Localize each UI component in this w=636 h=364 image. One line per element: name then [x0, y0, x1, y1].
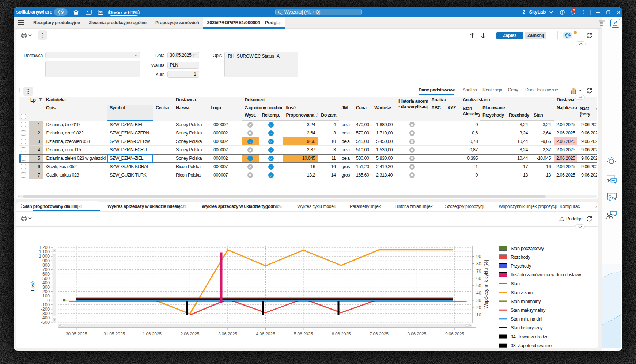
svg-text:8.06.2025: 8.06.2025	[407, 331, 426, 337]
svg-text:03. Zapotrzebowanie: 03. Zapotrzebowanie	[511, 343, 552, 348]
svg-text:-100: -100	[41, 302, 50, 307]
svg-text:60: 60	[476, 276, 481, 281]
svg-text:30.05.2025: 30.05.2025	[66, 331, 87, 337]
svg-text:1.06.2025: 1.06.2025	[143, 331, 162, 337]
svg-text:?: ?	[561, 11, 563, 14]
svg-text:Rozchody: Rozchody	[511, 255, 531, 260]
svg-text:-400: -400	[41, 315, 50, 321]
svg-text:-200: -200	[41, 307, 50, 312]
svg-text:9.06.2025: 9.06.2025	[445, 331, 464, 337]
svg-text:400: 400	[42, 280, 50, 285]
svg-text:Stan maksymalny: Stan maksymalny	[511, 308, 546, 313]
svg-text:Przychody: Przychody	[511, 263, 531, 269]
svg-text:300: 300	[42, 285, 50, 290]
svg-text:-500: -500	[41, 320, 50, 325]
svg-text:1 000: 1 000	[39, 254, 50, 259]
svg-text:90: 90	[476, 254, 481, 259]
svg-text:-300: -300	[41, 311, 50, 316]
svg-text:Stan: Stan	[511, 281, 520, 286]
svg-text:Ilość do zamówienia w dniu dos: Ilość do zamówienia w dniu dostawy	[511, 272, 582, 277]
svg-text:80: 80	[476, 261, 481, 266]
svg-text:Ilość: Ilość	[30, 281, 35, 291]
svg-text:20: 20	[476, 305, 481, 310]
svg-text:7.06.2025: 7.06.2025	[370, 331, 389, 337]
svg-text:1 200: 1 200	[39, 245, 50, 250]
svg-text:50: 50	[476, 283, 481, 288]
svg-text:BC: BC	[99, 11, 102, 14]
svg-text:Stan historyczny: Stan historyczny	[511, 325, 543, 330]
svg-text:Współczynnik cyklu [%]: Współczynnik cyklu [%]	[483, 260, 489, 309]
svg-text:04. Towar w drodze: 04. Towar w drodze	[511, 334, 549, 340]
svg-text:900: 900	[42, 258, 50, 263]
svg-text:600: 600	[42, 272, 50, 277]
svg-text:200: 200	[42, 289, 50, 294]
svg-text:Stan minimalny: Stan minimalny	[511, 299, 541, 304]
svg-text:5.06.2025: 5.06.2025	[294, 331, 313, 337]
svg-text:700: 700	[42, 267, 50, 272]
svg-text:?: ?	[609, 196, 611, 200]
svg-text:800: 800	[42, 263, 50, 268]
svg-text:3.06.2025: 3.06.2025	[218, 331, 237, 337]
svg-text:1 100: 1 100	[39, 249, 50, 254]
svg-text:70: 70	[476, 269, 481, 274]
svg-text:100: 100	[42, 293, 50, 299]
svg-text:31.05.2025: 31.05.2025	[103, 331, 125, 337]
svg-text:4.06.2025: 4.06.2025	[256, 331, 275, 337]
svg-text:500: 500	[42, 276, 50, 281]
svg-text:2.06.2025: 2.06.2025	[180, 331, 199, 337]
svg-text:0: 0	[47, 298, 50, 303]
svg-text:30: 30	[476, 298, 481, 303]
svg-text:Stan z zam: Stan z zam	[511, 290, 533, 295]
svg-text:Stan początkowy: Stan początkowy	[511, 246, 544, 251]
svg-text:40: 40	[476, 291, 481, 296]
svg-text:Stan min. na dni: Stan min. na dni	[511, 316, 542, 322]
svg-text:6.06.2025: 6.06.2025	[332, 331, 351, 337]
svg-text:10: 10	[476, 312, 481, 318]
